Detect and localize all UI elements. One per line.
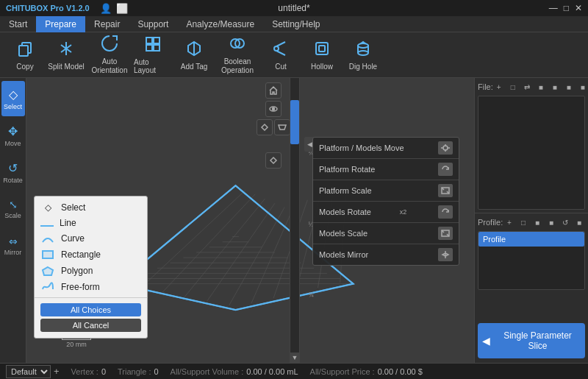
vertex-label: Vertex :	[71, 367, 98, 376]
menu-curve-label: Curve	[61, 233, 85, 244]
expand-view-button[interactable]	[265, 152, 282, 169]
default-select[interactable]: Default	[6, 365, 51, 378]
file-section: File: + □ ⇄ ■ ■ ■ ■	[475, 78, 588, 213]
file-swap-button[interactable]: ⇄	[521, 81, 533, 93]
add-tag-button[interactable]: Add Tag	[175, 36, 213, 74]
profile-view-button[interactable]: □	[517, 216, 529, 228]
menu-item-select[interactable]: ◇ Select	[35, 199, 147, 216]
menu-line-icon	[40, 219, 54, 227]
models-scale-item[interactable]: Models Scale	[313, 223, 459, 244]
titlebar-controls: — □ ✕	[549, 3, 582, 13]
maximize-button[interactable]: □	[564, 3, 569, 13]
menu-curve-icon	[40, 233, 55, 244]
hollow-icon	[313, 40, 331, 61]
all-choices-button[interactable]: All Choices	[40, 303, 141, 316]
profile-icon2-button[interactable]: ■	[545, 216, 557, 228]
platform-move-item[interactable]: Platform / Models Move	[313, 138, 459, 159]
view-icons-top	[257, 82, 290, 169]
models-mirror-icon	[438, 248, 453, 261]
file-label: File:	[478, 82, 493, 91]
home-view-button[interactable]	[265, 82, 282, 99]
sidebar-rotate[interactable]: ↺ Rotate	[1, 155, 25, 190]
minimize-button[interactable]: —	[549, 3, 558, 13]
menu-item-freeform[interactable]: Free-form	[35, 279, 147, 295]
boolean-operation-button[interactable]: BooleanOperation	[216, 36, 259, 74]
viewport[interactable]: ◇ Select Line Curve Rectangle	[26, 78, 474, 363]
sidebar-move[interactable]: ✥ Move	[1, 118, 25, 153]
titlebar-icon-user[interactable]: 👤	[100, 3, 112, 14]
auto-orientation-button[interactable]: AutoOrientation	[88, 36, 131, 74]
file-view-button[interactable]: □	[507, 81, 519, 93]
mirror-icon: ⇔	[9, 235, 18, 247]
menu-item-rectangle[interactable]: Rectangle	[35, 247, 147, 263]
scale-icon: ⤡	[9, 199, 18, 210]
file-icon1-button[interactable]: ■	[535, 81, 547, 93]
titlebar-icon-settings[interactable]: ⬜	[116, 3, 128, 14]
auto-layout-button[interactable]: Auto Layout	[134, 36, 172, 74]
profile-refresh-button[interactable]: ↺	[559, 216, 571, 228]
view-icons-row	[257, 119, 290, 135]
menu-tab-support[interactable]: Support	[129, 16, 177, 32]
slice-button[interactable]: ◀ Single Parameter Slice	[478, 323, 585, 358]
menu-tab-analyze[interactable]: Analyze/Measure	[177, 16, 263, 32]
volume-label: All/Support Volume :	[171, 367, 244, 376]
profile-icon3-button[interactable]: ■	[573, 216, 585, 228]
menu-select-icon: ◇	[40, 202, 55, 213]
svg-marker-48	[270, 157, 276, 163]
perspective-left-button[interactable]	[257, 119, 273, 135]
left-sidebar: ◇ Select ✥ Move ↺ Rotate ⤡ Scale ⇔ Mirro…	[0, 78, 26, 363]
menu-tab-repair[interactable]: Repair	[85, 16, 129, 32]
svg-rect-1	[19, 46, 28, 56]
menu-item-curve[interactable]: Curve	[35, 230, 147, 247]
file-icon3-button[interactable]: ■	[563, 81, 575, 93]
slider-tick-three-quarter: ¾	[308, 291, 314, 299]
eye-view-button[interactable]	[265, 101, 282, 117]
v-slider-handle[interactable]	[290, 100, 299, 144]
hollow-label: Hollow	[311, 63, 333, 71]
profile-icon1-button[interactable]: ■	[531, 216, 543, 228]
sidebar-scale[interactable]: ⤡ Scale	[1, 191, 25, 227]
profile-item-default[interactable]: Profile	[478, 232, 584, 247]
vertical-slider[interactable]: ¼ ½ ¾	[290, 78, 300, 363]
vertex-status: Vertex : 0	[71, 367, 106, 376]
dig-hole-button[interactable]: Dig Hole	[344, 36, 382, 74]
platform-scale-item[interactable]: Platform Scale	[313, 180, 459, 202]
models-rotate-item[interactable]: Models Rotate x2	[313, 202, 459, 223]
hollow-button[interactable]: Hollow	[303, 36, 341, 74]
models-rotate-x2: x2	[400, 208, 407, 216]
menu-tab-start[interactable]: Start	[0, 16, 36, 32]
file-icon4-button[interactable]: ■	[577, 81, 588, 93]
file-header: File: + □ ⇄ ■ ■ ■ ■	[478, 81, 585, 93]
sidebar-select[interactable]: ◇ Select	[1, 81, 25, 116]
menu-freeform-icon	[40, 281, 55, 293]
profile-add-button[interactable]: +	[503, 216, 515, 228]
auto-layout-label: Auto Layout	[134, 58, 172, 74]
all-cancel-button[interactable]: All Cancel	[40, 319, 141, 332]
platform-rotate-icon	[438, 163, 453, 176]
select-label: Select	[4, 103, 22, 110]
file-icon2-button[interactable]: ■	[549, 81, 561, 93]
sidebar-mirror[interactable]: ⇔ Mirror	[1, 228, 25, 263]
scroll-down-arrow[interactable]: ▼	[290, 353, 300, 363]
cut-button[interactable]: Cut	[262, 36, 300, 74]
rotate-icon: ↺	[8, 161, 18, 175]
cut-icon	[272, 40, 290, 61]
menu-item-line[interactable]: Line	[35, 216, 147, 230]
file-add-button[interactable]: +	[493, 81, 505, 93]
split-model-button[interactable]: Split Model	[47, 36, 85, 74]
close-button[interactable]: ✕	[575, 3, 582, 13]
menu-tab-prepare[interactable]: Prepare	[36, 16, 85, 32]
menu-item-polygon[interactable]: Polygon	[35, 263, 147, 279]
price-label: All/Support Price :	[310, 367, 375, 376]
svg-point-45	[273, 108, 275, 110]
scale-bar: 20 mm	[62, 338, 91, 348]
models-mirror-item[interactable]: Models Mirror	[313, 244, 459, 265]
statusbar-plus-button[interactable]: +	[54, 366, 60, 377]
price-status: All/Support Price : 0.00 / 0.00 $	[310, 367, 423, 376]
platform-rotate-item[interactable]: Platform Rotate	[313, 159, 459, 180]
copy-button[interactable]: Copy	[6, 36, 44, 74]
dig-hole-icon	[354, 40, 372, 61]
menu-tab-setting[interactable]: Setting/Help	[263, 16, 329, 32]
perspective-right-button[interactable]	[274, 119, 290, 135]
menu-line-label: Line	[60, 218, 76, 228]
